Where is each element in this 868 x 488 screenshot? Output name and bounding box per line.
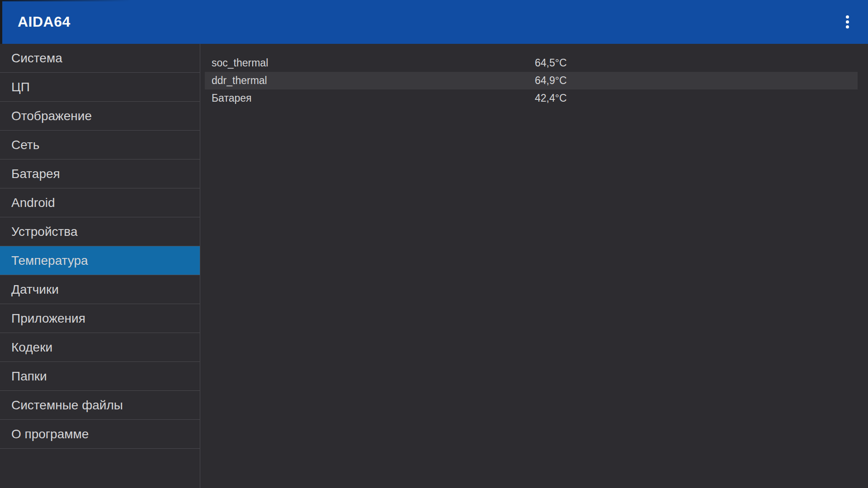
sensor-value: 64,9°C: [535, 75, 567, 87]
sidebar-item-label: Система: [11, 51, 62, 66]
screen-edge-artifact-left: [0, 0, 2, 44]
sidebar-item-label: Отображение: [11, 109, 92, 123]
sidebar-item[interactable]: Системные файлы: [0, 391, 200, 420]
sidebar-item[interactable]: Папки: [0, 362, 200, 391]
sensor-name: Батарея: [212, 92, 535, 104]
sidebar-item[interactable]: Батарея: [0, 160, 200, 188]
overflow-dot: [846, 25, 849, 28]
sensor-row[interactable]: ddr_thermal 64,9°C: [205, 72, 858, 89]
sensor-value: 42,4°C: [535, 92, 567, 104]
sidebar-nav: Система ЦП Отображение Сеть Батарея Andr…: [0, 44, 200, 488]
overflow-dot: [846, 15, 849, 19]
sidebar-item[interactable]: Температура: [0, 246, 200, 275]
sidebar-item[interactable]: Android: [0, 188, 200, 217]
sidebar-item[interactable]: Кодеки: [0, 333, 200, 362]
sidebar-item-label: Сеть: [11, 138, 39, 152]
sensor-name: ddr_thermal: [212, 75, 535, 87]
overflow-menu-icon[interactable]: [839, 9, 855, 35]
temperature-sensor-list: soc_thermal 64,5°C ddr_thermal 64,9°C Ба…: [200, 44, 868, 488]
sidebar-item-label: Батарея: [11, 167, 60, 181]
sidebar-item-label: Устройства: [11, 225, 77, 239]
sidebar-item-label: Системные файлы: [11, 398, 123, 413]
sidebar-item-label: Приложения: [11, 311, 85, 326]
overflow-dot: [846, 20, 849, 23]
sidebar-item[interactable]: Датчики: [0, 275, 200, 304]
sidebar-item[interactable]: ЦП: [0, 73, 200, 102]
screen-edge-artifact-top: [0, 0, 131, 1]
sidebar-item-label: Папки: [11, 369, 47, 384]
sidebar-item[interactable]: Система: [0, 44, 200, 73]
sensor-row[interactable]: soc_thermal 64,5°C: [205, 54, 858, 72]
sidebar-item-label: Температура: [11, 253, 88, 268]
sensor-value: 64,5°C: [535, 57, 567, 69]
sidebar-item[interactable]: Приложения: [0, 304, 200, 333]
sidebar-item-label: Кодеки: [11, 340, 52, 355]
sidebar-item[interactable]: Отображение: [0, 102, 200, 131]
sidebar-item-label: ЦП: [11, 80, 30, 94]
app-bar: AIDA64: [0, 0, 868, 44]
sensor-row[interactable]: Батарея 42,4°C: [205, 89, 858, 107]
sensor-name: soc_thermal: [212, 57, 535, 69]
sidebar-item[interactable]: Устройства: [0, 217, 200, 246]
app-title: AIDA64: [0, 14, 71, 30]
sidebar-item[interactable]: Сеть: [0, 131, 200, 160]
main-layout: Система ЦП Отображение Сеть Батарея Andr…: [0, 44, 868, 488]
sidebar-item-label: Датчики: [11, 282, 59, 297]
sidebar-item-label: Android: [11, 196, 55, 210]
sidebar-item[interactable]: О программе: [0, 420, 200, 449]
sidebar-item-label: О программе: [11, 427, 89, 441]
